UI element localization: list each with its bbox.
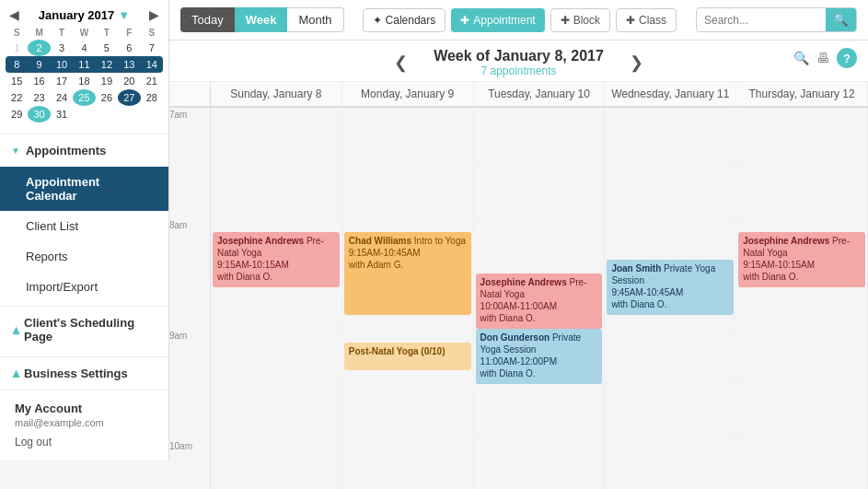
day-col-0[interactable]: Josephine Andrews Pre-Natal Yoga9:15AM-1… [211,108,342,489]
reports-item[interactable]: Reports [0,241,168,272]
mini-cal-day[interactable]: 3 [51,40,73,56]
mini-cal-day[interactable]: 9 [28,56,50,73]
mini-cal-day[interactable]: 14 [141,56,163,73]
hour-block[interactable] [605,108,735,163]
mini-cal-day[interactable] [118,106,140,122]
prev-month-button[interactable]: ◀ [9,7,19,22]
hour-block[interactable] [342,384,473,439]
hour-block[interactable] [211,329,341,384]
hour-block[interactable] [211,108,341,163]
print-button[interactable]: 🖶 [816,48,829,68]
appointments-section-header[interactable]: ▼ Appointments [0,134,168,167]
hour-block[interactable] [736,108,867,163]
next-week-button[interactable]: ❯ [622,52,651,73]
mini-cal-day[interactable]: 5 [96,40,118,56]
mini-cal-day[interactable]: 13 [118,56,140,73]
mini-cal-day[interactable]: 30 [28,106,50,122]
hour-block[interactable] [474,163,605,218]
mini-cal-day[interactable]: 17 [51,73,73,89]
day-col-4[interactable]: Josephine Andrews Pre-Natal Yoga9:15AM-1… [736,108,868,489]
mini-cal-day[interactable]: 26 [96,89,118,106]
hour-block[interactable] [736,384,867,439]
appt-instructor: with Diana O. [743,272,798,282]
mini-cal-day[interactable]: 22 [6,89,28,106]
search-input[interactable] [697,9,826,31]
mini-cal-day[interactable]: 31 [51,106,73,122]
block-button[interactable]: ✚ Block [550,8,610,32]
hour-block[interactable] [605,329,735,384]
mini-cal-day[interactable]: 23 [28,89,50,106]
appointment-calendar-item[interactable]: Appointment Calendar [0,167,168,211]
mini-cal-day[interactable]: 11 [73,56,95,73]
month-dropdown-icon[interactable]: ▼ [118,8,130,22]
hour-block[interactable] [474,108,605,163]
today-button[interactable]: Today [180,7,235,32]
appointment[interactable]: Josephine Andrews Pre-Natal Yoga9:15AM-1… [213,232,340,287]
hour-block[interactable] [605,163,735,218]
hour-block[interactable] [342,163,473,218]
day-col-2[interactable]: Josephine Andrews Pre-Natal Yoga10:00AM-… [474,108,606,489]
my-account-link[interactable]: My Account [15,402,154,415]
client-list-item[interactable]: Client List [0,211,168,241]
logout-button[interactable]: Log out [15,436,154,448]
appointment[interactable]: Josephine Andrews Pre-Natal Yoga9:15AM-1… [738,232,865,287]
calendar-nav: ❮ Week of January 8, 2017 7 appointments… [169,41,868,82]
mini-cal-day[interactable]: 29 [6,106,28,122]
mini-cal-day[interactable]: 10 [51,56,73,73]
mini-cal-day[interactable]: 28 [141,89,163,106]
next-month-button[interactable]: ▶ [149,7,159,22]
mini-cal-day[interactable]: 1 [6,40,28,56]
hour-block[interactable] [342,108,473,163]
search-button[interactable]: 🔍 [826,8,856,31]
mini-cal-day[interactable]: 12 [96,56,118,73]
add-appointment-button[interactable]: ✚ Appointment [451,8,544,32]
mini-cal-day[interactable]: 2 [28,40,50,56]
calendars-button[interactable]: ✦ Calendars [363,8,446,32]
zoom-in-button[interactable]: 🔍 [793,48,809,68]
mini-cal-day[interactable]: 24 [51,89,73,106]
mini-cal-day[interactable]: 27 [118,89,140,106]
mini-cal-day[interactable]: 16 [28,73,50,89]
mini-cal-day[interactable]: 6 [118,40,140,56]
day-col-1[interactable]: Chad Williams Intro to Yoga9:15AM-10:45A… [342,108,474,489]
scheduling-page-header[interactable]: ▶ Client's Scheduling Page [0,307,168,353]
hour-block[interactable] [211,163,341,218]
hour-block[interactable] [474,384,605,439]
mini-cal-day[interactable] [141,106,163,122]
hour-block[interactable] [736,439,867,489]
mini-cal-day[interactable]: 21 [141,73,163,89]
calendar-scroll[interactable]: Sunday, January 8 Monday, January 9 Tues… [169,82,868,489]
mini-cal-day[interactable]: 8 [6,56,28,73]
class-button[interactable]: ✚ Class [616,8,677,32]
hour-block[interactable] [736,329,867,384]
mini-cal-day[interactable]: 18 [73,73,95,89]
prev-week-button[interactable]: ❮ [387,52,415,73]
mini-cal-day[interactable]: 4 [73,40,95,56]
appointment[interactable]: Post-Natal Yoga (0/10) [344,343,471,370]
mini-cal-day[interactable]: 15 [6,73,28,89]
hour-block[interactable] [605,439,735,489]
hour-block[interactable] [605,384,735,439]
month-button[interactable]: Month [287,7,343,32]
hour-block[interactable] [474,218,605,274]
day-col-3[interactable]: Joan Smith Private Yoga Session9:45AM-10… [605,108,736,489]
appointment[interactable]: Joan Smith Private Yoga Session9:45AM-10… [607,260,734,315]
business-settings-header[interactable]: ▶ Business Settings [0,357,168,390]
mini-cal-day[interactable]: 7 [141,40,163,56]
appointment[interactable]: Chad Williams Intro to Yoga9:15AM-10:45A… [344,232,471,315]
hour-block[interactable] [211,384,341,439]
hour-block[interactable] [342,439,473,489]
week-button[interactable]: Week [235,7,288,32]
mini-cal-day[interactable] [96,106,118,122]
hour-block[interactable] [736,163,867,218]
mini-cal-day[interactable]: 20 [118,73,140,89]
appointment[interactable]: Don Gunderson Private Yoga Session11:00A… [476,329,603,384]
mini-cal-day[interactable]: 19 [96,73,118,89]
mini-cal-day[interactable]: 25 [73,89,95,106]
mini-cal-day[interactable] [73,106,95,122]
hour-block[interactable] [474,439,605,489]
import-export-item[interactable]: Import/Export [0,272,168,302]
hour-block[interactable] [211,439,341,489]
appointment[interactable]: Josephine Andrews Pre-Natal Yoga10:00AM-… [476,274,603,329]
help-button[interactable]: ? [837,48,857,68]
